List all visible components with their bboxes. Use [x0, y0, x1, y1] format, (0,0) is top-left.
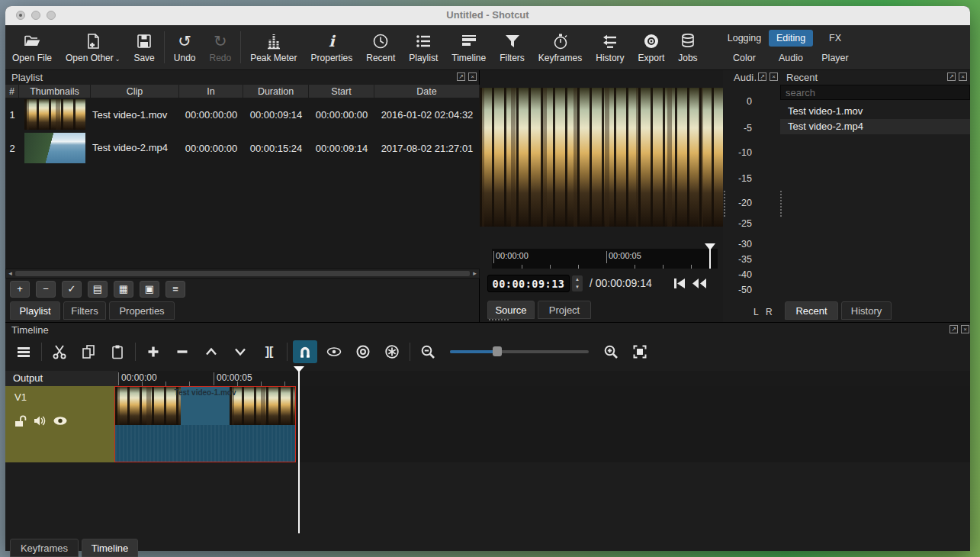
scroll-right-icon[interactable]: ▸	[471, 269, 479, 278]
tab-properties[interactable]: Properties	[109, 301, 175, 320]
ripple-delete-button[interactable]	[170, 340, 194, 363]
tab-filters[interactable]: Filters	[63, 301, 106, 320]
scrollbar-thumb[interactable]	[15, 271, 470, 276]
scrub-while-dragging-button[interactable]	[322, 340, 346, 363]
current-timecode-field[interactable]	[487, 275, 570, 292]
skip-to-start-button[interactable]	[672, 278, 687, 289]
zoom-out-button[interactable]	[416, 340, 440, 363]
tab-timeline[interactable]: Timeline	[82, 539, 138, 557]
panel-splitter-handle[interactable]	[489, 319, 509, 321]
float-panel-icon[interactable]: ↗	[457, 72, 465, 81]
jobs-button[interactable]: Jobs	[671, 25, 704, 69]
snap-toggle-button[interactable]	[293, 340, 317, 363]
lift-button[interactable]	[199, 340, 223, 363]
tab-project[interactable]: Project	[538, 301, 591, 319]
timeline-clip-test-video-1[interactable]: Test video-1.mov	[114, 386, 296, 462]
timecode-spinner[interactable]: ▲ ▼	[572, 275, 583, 291]
playlist-row-2[interactable]: 2 Test video-2.mp4 00:00:00:00 00:00:15:…	[5, 131, 480, 165]
ripple-all-tracks-button[interactable]	[380, 340, 404, 363]
properties-button[interactable]: i Properties	[304, 25, 360, 69]
playlist-update-button[interactable]: ✓	[62, 281, 82, 298]
lock-track-icon[interactable]	[13, 414, 28, 432]
playlist-view-tiles-button[interactable]: ▣	[140, 281, 159, 298]
scrubber-playhead[interactable]	[709, 249, 711, 269]
undo-button[interactable]: ↺ Undo	[167, 25, 203, 69]
copy-button[interactable]	[76, 340, 101, 363]
column-header-thumbnails[interactable]: Thumbnails	[19, 85, 91, 98]
redo-button[interactable]: ↻ Redo	[202, 25, 238, 69]
tab-playlist[interactable]: Playlist	[10, 301, 60, 320]
open-file-button[interactable]: Open File	[5, 25, 59, 69]
playlist-remove-button[interactable]: −	[36, 281, 56, 298]
column-header-in[interactable]: In	[179, 85, 243, 98]
paste-button[interactable]	[105, 340, 130, 363]
tab-recent[interactable]: Recent	[785, 301, 838, 320]
spinner-up-icon[interactable]: ▲	[572, 275, 583, 283]
player-scrubber[interactable]: 00:00:00 00:00:05	[492, 249, 718, 269]
append-button[interactable]	[141, 340, 165, 363]
tab-keyframes[interactable]: Keyframes	[10, 539, 79, 557]
layout-editing-button[interactable]: Editing	[769, 30, 813, 47]
playlist-add-button[interactable]: +	[10, 281, 30, 298]
layout-player-button[interactable]: Player	[813, 50, 857, 66]
playlist-horizontal-scrollbar[interactable]: ◂ ▸	[5, 269, 480, 278]
column-header-start[interactable]: Start	[309, 85, 374, 98]
spinner-down-icon[interactable]: ▼	[572, 283, 583, 291]
layout-fx-button[interactable]: FX	[813, 30, 857, 47]
recent-item-2[interactable]: Test video-2.mp4	[780, 119, 970, 134]
scroll-left-icon[interactable]: ◂	[6, 269, 14, 278]
timeline-zoom-slider[interactable]	[450, 350, 589, 353]
close-panel-icon[interactable]: ×	[770, 72, 778, 81]
playlist-empty-area	[5, 165, 480, 269]
ripple-trim-drop-button[interactable]	[351, 340, 375, 363]
recent-button[interactable]: Recent	[359, 25, 402, 69]
playlist-menu-button[interactable]: ≡	[165, 281, 185, 298]
history-button[interactable]: History	[589, 25, 631, 69]
playlist-view-details-button[interactable]: ▤	[88, 281, 108, 298]
save-button[interactable]: Save	[127, 25, 161, 69]
column-header-date[interactable]: Date	[374, 85, 480, 98]
playlist-row-1[interactable]: 1 Test video-1.mov 00:00:00:00 00:00:09:…	[5, 98, 480, 131]
rewind-button[interactable]	[692, 278, 707, 289]
layout-audio-button[interactable]: Audio	[769, 50, 813, 66]
filters-button[interactable]: Filters	[493, 25, 532, 69]
column-header-duration[interactable]: Duration	[243, 85, 309, 98]
keyframes-button[interactable]: Keyframes	[532, 25, 589, 69]
close-panel-icon[interactable]: ×	[959, 72, 967, 81]
tab-source[interactable]: Source	[487, 301, 535, 319]
tab-history[interactable]: History	[841, 301, 892, 320]
export-button[interactable]: Export	[631, 25, 672, 69]
open-other-button[interactable]: Open Other⌄	[59, 25, 127, 69]
close-panel-icon[interactable]: ×	[468, 72, 477, 81]
overwrite-button[interactable]	[228, 340, 252, 363]
timeline-menu-button[interactable]	[11, 340, 36, 363]
mute-track-icon[interactable]	[33, 414, 48, 432]
slider-handle[interactable]	[493, 346, 502, 356]
timeline-button[interactable]: Timeline	[445, 25, 493, 69]
timeline-ruler[interactable]: 00:00:00 00:00:05	[118, 371, 970, 386]
playlist-view-icons-button[interactable]: ▦	[114, 281, 133, 298]
peak-meter-button[interactable]: Peak Meter	[243, 25, 304, 69]
info-icon: i	[329, 32, 335, 50]
panel-splitter-handle[interactable]	[780, 191, 782, 217]
layout-logging-button[interactable]: Logging	[720, 30, 769, 47]
timeline-output-header[interactable]: Output	[5, 371, 118, 386]
layout-color-button[interactable]: Color	[720, 50, 769, 66]
zoom-fit-button[interactable]	[628, 340, 652, 363]
clip-duration: 00:00:15:24	[243, 131, 309, 165]
zoom-in-button[interactable]	[599, 340, 623, 363]
float-panel-icon[interactable]: ↗	[758, 72, 766, 81]
column-header-num[interactable]: #	[5, 85, 19, 98]
float-panel-icon[interactable]: ↗	[949, 325, 958, 333]
track-header-v1[interactable]: V1	[5, 386, 118, 462]
recent-search-input[interactable]	[780, 85, 970, 100]
float-panel-icon[interactable]: ↗	[947, 72, 956, 81]
split-button[interactable]: ][	[257, 340, 281, 363]
close-panel-icon[interactable]: ×	[961, 325, 969, 333]
playlist-button[interactable]: Playlist	[402, 25, 445, 69]
hide-track-icon[interactable]	[53, 414, 69, 432]
column-header-clip[interactable]: Clip	[91, 85, 179, 98]
timeline-playhead[interactable]	[298, 371, 300, 533]
cut-button[interactable]	[47, 340, 72, 363]
recent-item-1[interactable]: Test video-1.mov	[780, 104, 970, 119]
